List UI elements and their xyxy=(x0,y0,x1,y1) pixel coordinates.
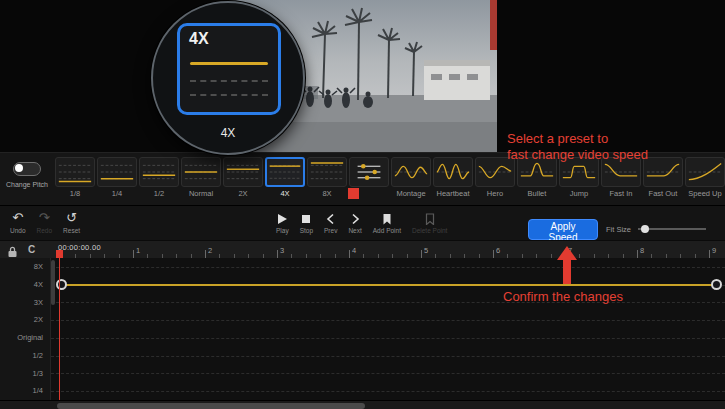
preset-thumbnail xyxy=(55,157,95,187)
preset-thumbnail xyxy=(433,157,473,187)
preset-label: Fast In xyxy=(601,189,641,198)
magnified-4x-preset: 4X xyxy=(177,23,281,115)
speed-scale-1-4: 1/4 xyxy=(0,382,50,400)
speed-gridline xyxy=(51,320,725,321)
ruler-number: 1 xyxy=(136,246,140,255)
magnified-dash-line xyxy=(190,80,268,82)
change-pitch-label: Change Pitch xyxy=(0,181,54,188)
ruler-number: 4 xyxy=(352,246,356,255)
speed-point-start[interactable] xyxy=(56,279,67,290)
magnified-speed-line xyxy=(190,62,268,65)
timeline-tracks: 8X4X3X2XOriginal1/21/31/4 xyxy=(0,258,725,400)
ruler-number: 5 xyxy=(424,246,428,255)
change-pitch-toggle[interactable] xyxy=(13,162,41,176)
ruler-number: 6 xyxy=(496,246,500,255)
preset-label: Jump xyxy=(559,189,599,198)
ruler-number: 3 xyxy=(280,246,284,255)
video-speed-editor: Select a preset to fast change video spe… xyxy=(0,0,725,409)
preset-label: 8X xyxy=(307,189,347,198)
preset-label: Normal xyxy=(181,189,221,198)
preset-fast-out[interactable]: Fast Out xyxy=(643,157,683,206)
preset-1-4[interactable]: 1/4 xyxy=(97,157,137,206)
preset-thumbnail xyxy=(391,157,431,187)
horizontal-scrollbar-track[interactable] xyxy=(0,400,725,409)
preset-label: 2X xyxy=(223,189,263,198)
preset-normal[interactable]: Normal xyxy=(181,157,221,206)
toolbar: ↶ Undo ↷ Redo ↺ Reset Play Stop xyxy=(0,205,725,241)
speed-point-end[interactable] xyxy=(711,279,722,290)
toggle-knob xyxy=(15,164,23,172)
preset-speed-up[interactable]: Speed Up xyxy=(685,157,725,206)
preset-thumbnail xyxy=(265,157,305,187)
preset-thumbnail xyxy=(643,157,683,187)
annotation-red-square xyxy=(348,188,359,199)
add-point-icon xyxy=(381,211,393,226)
change-pitch-control: Change Pitch xyxy=(0,153,54,206)
preset-bullet[interactable]: Bullet xyxy=(517,157,557,206)
horizontal-scrollbar-thumb[interactable] xyxy=(57,403,365,409)
prev-button[interactable]: Prev xyxy=(324,211,337,234)
preview-area: Select a preset to fast change video spe… xyxy=(0,0,725,152)
stop-icon xyxy=(300,211,312,226)
speed-scale-2x: 2X xyxy=(0,311,50,329)
redo-icon: ↷ xyxy=(39,211,50,226)
add-point-button[interactable]: Add Point xyxy=(373,211,401,234)
speed-scale-8x: 8X xyxy=(0,258,50,276)
preset-thumbnail xyxy=(139,157,179,187)
reset-button[interactable]: ↺ Reset xyxy=(63,211,80,234)
preset-heartbeat[interactable]: Heartbeat xyxy=(433,157,473,206)
magnifier-callout: 4X 4X xyxy=(151,1,305,155)
preset-jump[interactable]: Jump xyxy=(559,157,599,206)
preset-label: 1/2 xyxy=(139,189,179,198)
speed-curve-line[interactable] xyxy=(61,284,721,286)
preset-thumbnail xyxy=(223,157,263,187)
curve-mode-icon[interactable]: C xyxy=(28,244,35,255)
apply-speed-button[interactable]: Apply Speed xyxy=(528,219,598,240)
delete-point-button[interactable]: Delete Point xyxy=(412,211,447,234)
undo-icon: ↶ xyxy=(12,211,23,226)
preset-8x[interactable]: 8X xyxy=(307,157,347,206)
playhead[interactable] xyxy=(56,250,63,258)
fit-size-control: Fit Size xyxy=(606,219,706,239)
preset-hero[interactable]: Hero xyxy=(475,157,515,206)
preset-label: 1/4 xyxy=(97,189,137,198)
speed-gridline xyxy=(51,302,725,303)
speed-gridline xyxy=(51,338,725,339)
play-button[interactable]: Play xyxy=(276,211,289,234)
playhead-line xyxy=(59,258,60,400)
fit-size-knob[interactable] xyxy=(641,225,649,233)
preset-thumbnail xyxy=(97,157,137,187)
play-icon xyxy=(276,211,288,226)
speed-gridline xyxy=(51,267,725,268)
preset-1-8[interactable]: 1/8 xyxy=(55,157,95,206)
annotation-arrow-head xyxy=(557,246,577,260)
preset-1-2[interactable]: 1/2 xyxy=(139,157,179,206)
timeline-ruler[interactable]: C 00:00:00.00 123456789 xyxy=(0,240,725,259)
stop-button[interactable]: Stop xyxy=(300,211,313,234)
delete-point-icon xyxy=(424,211,436,226)
preset-4x[interactable]: 4X xyxy=(265,157,305,206)
reset-icon: ↺ xyxy=(66,211,77,226)
preset-thumbnail xyxy=(349,157,389,187)
preset-fast-in[interactable]: Fast In xyxy=(601,157,641,206)
preset-label: Speed Up xyxy=(685,189,725,198)
preset-label: Montage xyxy=(391,189,431,198)
fit-size-label: Fit Size xyxy=(606,225,631,234)
annotation-confirm: Confirm the changes xyxy=(503,289,623,305)
speed-scale-original: Original xyxy=(0,329,50,347)
preset-thumbnail xyxy=(685,157,725,187)
ruler-number: 8 xyxy=(640,246,644,255)
vertical-scrollbar[interactable] xyxy=(51,260,55,305)
next-button[interactable]: Next xyxy=(348,211,361,234)
preset-montage[interactable]: Montage xyxy=(391,157,431,206)
fit-size-slider[interactable] xyxy=(638,228,706,230)
ruler-number: 9 xyxy=(712,246,716,255)
preset-label: Heartbeat xyxy=(433,189,473,198)
speed-scale: 8X4X3X2XOriginal1/21/31/4 xyxy=(0,258,51,400)
preset-label: Fast Out xyxy=(643,189,683,198)
preset-2x[interactable]: 2X xyxy=(223,157,263,206)
redo-button[interactable]: ↷ Redo xyxy=(37,211,53,234)
preset-label: 1/8 xyxy=(55,189,95,198)
undo-button[interactable]: ↶ Undo xyxy=(10,211,26,234)
timecode: 00:00:00.00 xyxy=(58,243,101,252)
